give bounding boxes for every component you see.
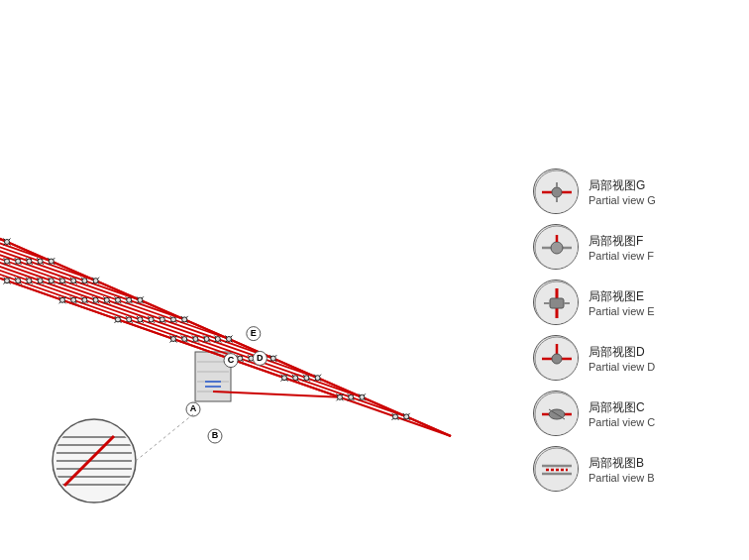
legend-text-D: 局部视图D Partial view D	[588, 344, 655, 373]
legend-en-F: Partial view F	[588, 250, 654, 262]
legend-zh-F: 局部视图F	[588, 233, 654, 250]
legend-zh-D: 局部视图D	[588, 344, 655, 361]
legend-text-F: 局部视图F Partial view F	[588, 233, 654, 262]
legend-item-B: 局部视图B Partial view B	[533, 446, 741, 492]
legend-icon-G	[533, 168, 579, 214]
legend-en-B: Partial view B	[588, 472, 655, 484]
legend-en-C: Partial view C	[588, 416, 655, 428]
legend-item-D: 局部视图D Partial view D	[533, 335, 741, 381]
legend-zh-C: 局部视图C	[588, 399, 655, 416]
legend-text-E: 局部视图E Partial view E	[588, 288, 655, 317]
legend-item-E: 局部视图E Partial view E	[533, 280, 741, 325]
legend-text-C: 局部视图C Partial view C	[588, 399, 655, 428]
legend-icon-D	[533, 335, 579, 381]
legend-item-C: 局部视图C Partial view C	[533, 391, 741, 436]
legend-icon-B	[533, 446, 579, 492]
legend-en-D: Partial view D	[588, 361, 655, 373]
svg-point-3	[552, 187, 562, 197]
legend-item-G: 局部视图G Partial view G	[533, 168, 741, 214]
legend-zh-G: 局部视图G	[588, 177, 656, 194]
legend-icon-F	[533, 224, 579, 270]
legend-en-G: Partial view G	[588, 194, 656, 206]
legend-zh-B: 局部视图B	[588, 455, 655, 472]
legend-text-B: 局部视图B Partial view B	[588, 455, 655, 484]
legend-panel: 局部视图G Partial view G 局部视图F Partial view …	[533, 168, 741, 492]
svg-point-18	[552, 354, 562, 364]
svg-rect-12	[550, 298, 564, 308]
legend-icon-E	[533, 280, 579, 325]
svg-point-8	[551, 242, 563, 254]
legend-item-F: 局部视图F Partial view F	[533, 224, 741, 270]
legend-zh-E: 局部视图E	[588, 288, 655, 305]
legend-text-G: 局部视图G Partial view G	[588, 177, 656, 206]
legend-en-E: Partial view E	[588, 305, 655, 317]
legend-icon-C	[533, 391, 579, 436]
